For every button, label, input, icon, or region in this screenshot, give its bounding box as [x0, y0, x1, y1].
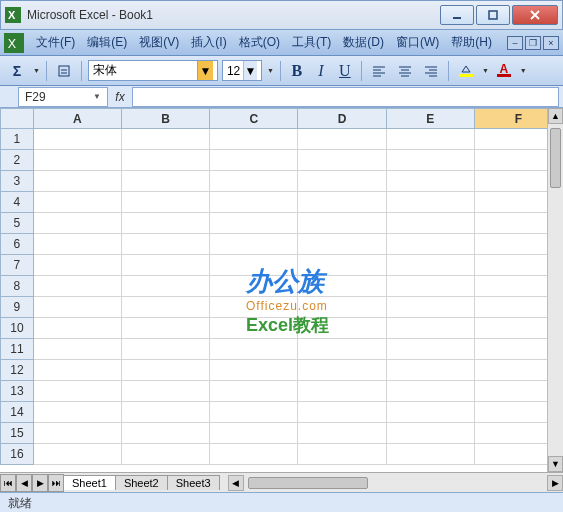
- cell-A13[interactable]: [33, 381, 121, 402]
- formula-input[interactable]: [132, 87, 559, 107]
- row-header-12[interactable]: 12: [1, 360, 34, 381]
- sheet-tab-sheet1[interactable]: Sheet1: [63, 475, 116, 490]
- cell-A12[interactable]: [33, 360, 121, 381]
- cell-C15[interactable]: [210, 423, 298, 444]
- row-header-9[interactable]: 9: [1, 297, 34, 318]
- horizontal-scrollbar[interactable]: ◀ ▶: [228, 475, 563, 491]
- fill-color-dropdown-icon[interactable]: ▼: [482, 67, 489, 74]
- cell-D16[interactable]: [298, 444, 386, 465]
- row-header-6[interactable]: 6: [1, 234, 34, 255]
- cell-D11[interactable]: [298, 339, 386, 360]
- fx-label[interactable]: fx: [108, 90, 132, 104]
- autosum-dropdown-icon[interactable]: ▼: [33, 67, 40, 74]
- cell-C5[interactable]: [210, 213, 298, 234]
- cell-A11[interactable]: [33, 339, 121, 360]
- name-box[interactable]: F29 ▼: [18, 87, 108, 107]
- cell-E10[interactable]: [386, 318, 474, 339]
- cell-A4[interactable]: [33, 192, 121, 213]
- font-size-select[interactable]: 12 ▼: [222, 60, 262, 81]
- cell-C4[interactable]: [210, 192, 298, 213]
- cell-C8[interactable]: [210, 276, 298, 297]
- menu-data[interactable]: 数据(D): [337, 32, 390, 53]
- scroll-left-button[interactable]: ◀: [228, 475, 244, 491]
- cell-D12[interactable]: [298, 360, 386, 381]
- cell-C16[interactable]: [210, 444, 298, 465]
- cell-B13[interactable]: [122, 381, 210, 402]
- row-header-8[interactable]: 8: [1, 276, 34, 297]
- cell-B12[interactable]: [122, 360, 210, 381]
- cell-B15[interactable]: [122, 423, 210, 444]
- cell-B10[interactable]: [122, 318, 210, 339]
- bold-button[interactable]: B: [287, 61, 307, 81]
- vertical-scrollbar[interactable]: ▲ ▼: [547, 108, 563, 472]
- menu-help[interactable]: 帮助(H): [445, 32, 498, 53]
- scroll-down-button[interactable]: ▼: [548, 456, 563, 472]
- cell-E14[interactable]: [386, 402, 474, 423]
- mdi-restore-button[interactable]: ❐: [525, 36, 541, 50]
- cell-E5[interactable]: [386, 213, 474, 234]
- hscroll-thumb[interactable]: [248, 477, 368, 489]
- menu-view[interactable]: 视图(V): [133, 32, 185, 53]
- column-header-C[interactable]: C: [210, 109, 298, 129]
- row-header-7[interactable]: 7: [1, 255, 34, 276]
- align-right-button[interactable]: [420, 60, 442, 82]
- cell-A5[interactable]: [33, 213, 121, 234]
- cell-B6[interactable]: [122, 234, 210, 255]
- cell-E16[interactable]: [386, 444, 474, 465]
- cell-D14[interactable]: [298, 402, 386, 423]
- font-dropdown-icon[interactable]: ▼: [267, 67, 274, 74]
- row-header-11[interactable]: 11: [1, 339, 34, 360]
- row-header-13[interactable]: 13: [1, 381, 34, 402]
- fill-color-button[interactable]: [455, 60, 477, 82]
- cell-D2[interactable]: [298, 150, 386, 171]
- cell-C1[interactable]: [210, 129, 298, 150]
- cell-E6[interactable]: [386, 234, 474, 255]
- cell-D6[interactable]: [298, 234, 386, 255]
- cell-A10[interactable]: [33, 318, 121, 339]
- cell-D13[interactable]: [298, 381, 386, 402]
- cell-C10[interactable]: [210, 318, 298, 339]
- excel-doc-icon[interactable]: X: [4, 33, 24, 53]
- cell-C13[interactable]: [210, 381, 298, 402]
- sheet-tab-sheet2[interactable]: Sheet2: [115, 475, 168, 490]
- cell-D5[interactable]: [298, 213, 386, 234]
- cell-B3[interactable]: [122, 171, 210, 192]
- cell-E1[interactable]: [386, 129, 474, 150]
- cell-B1[interactable]: [122, 129, 210, 150]
- toolbar-options-button[interactable]: [53, 60, 75, 82]
- scroll-up-button[interactable]: ▲: [548, 108, 563, 124]
- column-header-B[interactable]: B: [122, 109, 210, 129]
- column-header-D[interactable]: D: [298, 109, 386, 129]
- cell-E2[interactable]: [386, 150, 474, 171]
- cell-A8[interactable]: [33, 276, 121, 297]
- font-name-select[interactable]: 宋体 ▼: [88, 60, 218, 81]
- select-all-corner[interactable]: [1, 109, 34, 129]
- cell-C2[interactable]: [210, 150, 298, 171]
- cell-C12[interactable]: [210, 360, 298, 381]
- cell-D9[interactable]: [298, 297, 386, 318]
- scroll-right-button[interactable]: ▶: [547, 475, 563, 491]
- cell-B5[interactable]: [122, 213, 210, 234]
- cell-B7[interactable]: [122, 255, 210, 276]
- cell-C14[interactable]: [210, 402, 298, 423]
- minimize-button[interactable]: [440, 5, 474, 25]
- row-header-10[interactable]: 10: [1, 318, 34, 339]
- cell-E12[interactable]: [386, 360, 474, 381]
- menu-tools[interactable]: 工具(T): [286, 32, 337, 53]
- spreadsheet-grid[interactable]: ABCDEF 12345678910111213141516: [0, 108, 563, 465]
- cell-A14[interactable]: [33, 402, 121, 423]
- tab-last-button[interactable]: ⏭: [48, 474, 64, 492]
- mdi-close-button[interactable]: ×: [543, 36, 559, 50]
- cell-C7[interactable]: [210, 255, 298, 276]
- sheet-tab-sheet3[interactable]: Sheet3: [167, 475, 220, 490]
- row-header-5[interactable]: 5: [1, 213, 34, 234]
- cell-B4[interactable]: [122, 192, 210, 213]
- row-header-16[interactable]: 16: [1, 444, 34, 465]
- tab-first-button[interactable]: ⏮: [0, 474, 16, 492]
- align-center-button[interactable]: [394, 60, 416, 82]
- cell-E3[interactable]: [386, 171, 474, 192]
- tab-prev-button[interactable]: ◀: [16, 474, 32, 492]
- cell-D10[interactable]: [298, 318, 386, 339]
- cell-E8[interactable]: [386, 276, 474, 297]
- menu-file[interactable]: 文件(F): [30, 32, 81, 53]
